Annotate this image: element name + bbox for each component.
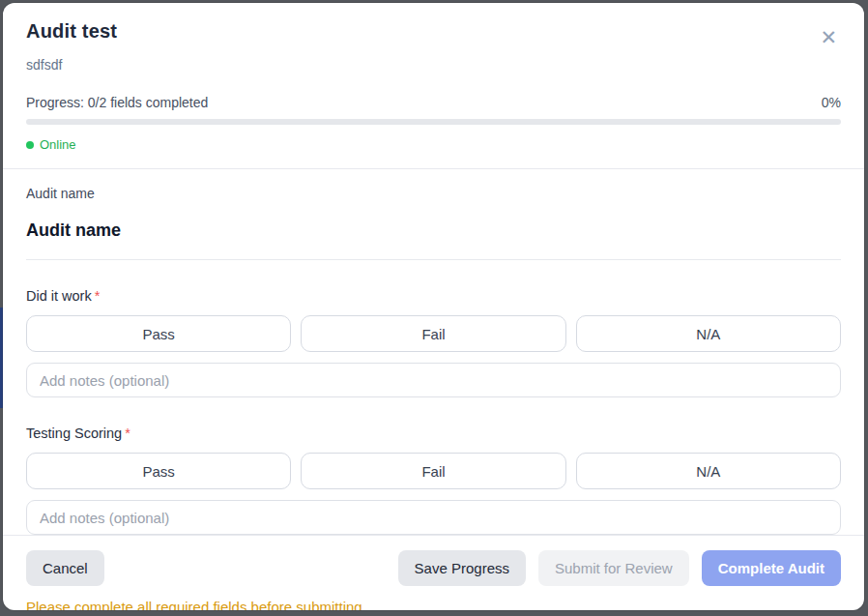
progress-label: Progress: 0/2 fields completed [26, 95, 208, 110]
close-icon[interactable]: ✕ [816, 26, 841, 50]
modal-title: Audit test [26, 20, 117, 43]
modal-footer: Cancel Save Progress Submit for Review C… [3, 535, 864, 610]
audit-name-heading: Audit name [26, 220, 841, 241]
option-group: Pass Fail N/A [26, 315, 841, 352]
modal-body: Audit name Audit name Did it work* Pass … [3, 169, 864, 535]
option-group: Pass Fail N/A [26, 453, 841, 489]
required-marker: * [95, 288, 101, 304]
option-na-button[interactable]: N/A [576, 453, 841, 489]
field-label: Testing Scoring [26, 425, 122, 441]
option-fail-button[interactable]: Fail [301, 315, 565, 352]
divider [26, 259, 841, 260]
option-pass-button[interactable]: Pass [26, 315, 291, 352]
notes-input[interactable] [26, 363, 841, 397]
connection-status: Online [26, 137, 841, 152]
option-pass-button[interactable]: Pass [26, 453, 291, 489]
progress-bar [26, 119, 841, 125]
save-progress-button[interactable]: Save Progress [398, 550, 526, 586]
audit-field-testing-scoring: Testing Scoring* Pass Fail N/A [26, 425, 841, 535]
audit-name-label: Audit name [26, 186, 841, 201]
notes-input[interactable] [26, 500, 841, 535]
status-dot-icon [26, 141, 34, 149]
submit-for-review-button[interactable]: Submit for Review [538, 550, 689, 586]
cancel-button[interactable]: Cancel [26, 550, 104, 586]
progress-percent: 0% [822, 95, 841, 110]
option-na-button[interactable]: N/A [576, 315, 841, 352]
status-label: Online [40, 137, 76, 152]
required-marker: * [125, 425, 130, 441]
audit-field-did-it-work: Did it work* Pass Fail N/A [26, 288, 841, 397]
audit-modal: Audit test ✕ sdfsdf Progress: 0/2 fields… [3, 3, 864, 610]
modal-subtitle: sdfsdf [26, 57, 841, 73]
validation-warning: Please complete all required fields befo… [26, 599, 841, 610]
field-label: Did it work [26, 288, 92, 304]
option-fail-button[interactable]: Fail [301, 453, 565, 489]
complete-audit-button[interactable]: Complete Audit [702, 550, 841, 586]
modal-header: Audit test ✕ sdfsdf Progress: 0/2 fields… [3, 3, 864, 169]
